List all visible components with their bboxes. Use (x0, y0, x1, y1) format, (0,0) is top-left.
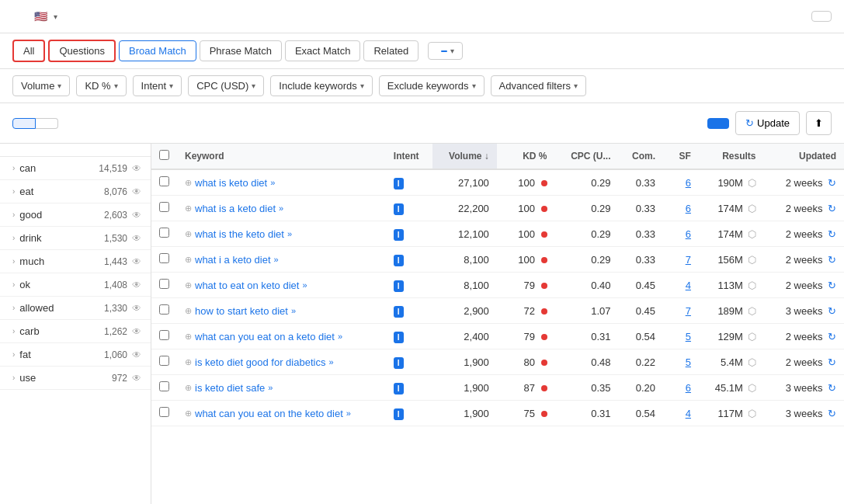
eye-icon[interactable]: 👁 (132, 186, 141, 197)
row-checkbox[interactable] (159, 202, 169, 212)
eye-icon[interactable]: 👁 (132, 373, 141, 384)
updated-cell: 2 weeks ↻ (764, 273, 844, 298)
sf-link[interactable]: 6 (686, 177, 691, 189)
kd-filter[interactable]: KD % ▾ (76, 75, 126, 96)
sf-link[interactable]: 7 (686, 305, 691, 317)
keyword-link[interactable]: ⊕ what i a keto diet » (185, 254, 378, 266)
eye-icon[interactable]: 👁 (132, 326, 141, 337)
th-sf[interactable]: SF (663, 144, 699, 169)
list-item[interactable]: › can 14,519 👁 (0, 157, 151, 180)
refresh-icon[interactable]: ↻ (828, 177, 836, 189)
exclude-keywords-filter[interactable]: Exclude keywords ▾ (379, 75, 485, 96)
view-history-button[interactable] (811, 11, 832, 22)
sf-link[interactable]: 4 (686, 280, 691, 291)
eye-icon[interactable]: 👁 (132, 280, 141, 290)
row-checkbox[interactable] (159, 407, 169, 417)
cpc-filter[interactable]: CPC (USD) ▾ (188, 75, 264, 96)
advanced-filters-button[interactable]: Advanced filters ▾ (491, 75, 587, 96)
keyword-link[interactable]: ⊕ what is the keto diet » (185, 228, 378, 240)
sf-link[interactable]: 7 (686, 254, 691, 266)
list-item[interactable]: › carb 1,262 👁 (0, 320, 151, 343)
list-item[interactable]: › eat 8,076 👁 (0, 180, 151, 203)
refresh-icon[interactable]: ↻ (828, 254, 836, 266)
export-button[interactable]: ⬆ (806, 111, 832, 135)
row-checkbox[interactable] (159, 330, 169, 340)
th-cpc[interactable]: CPC (U... (555, 144, 619, 169)
eye-icon[interactable]: 👁 (132, 349, 141, 360)
refresh-icon[interactable]: ↻ (828, 408, 836, 419)
keyword-link[interactable]: ⊕ what can you eat on a keto diet » (185, 331, 378, 342)
refresh-icon[interactable]: ↻ (828, 203, 836, 214)
list-item[interactable]: › allowed 1,330 👁 (0, 297, 151, 320)
kd-dot-icon (541, 206, 547, 212)
include-keywords-filter[interactable]: Include keywords ▾ (270, 75, 372, 96)
by-number-button[interactable] (12, 118, 36, 129)
eye-icon[interactable]: 👁 (132, 163, 141, 174)
sf-link[interactable]: 6 (686, 203, 691, 214)
intent-filter[interactable]: Intent ▾ (133, 75, 182, 96)
languages-button[interactable]: ▾ (428, 42, 463, 60)
eye-icon[interactable]: 👁 (132, 210, 141, 221)
keyword-link[interactable]: ⊕ what can you eat on the keto diet » (185, 408, 378, 419)
db-chevron-icon[interactable]: ▾ (54, 12, 57, 21)
refresh-icon[interactable]: ↻ (828, 305, 836, 317)
kd-dot-icon (541, 385, 547, 391)
keyword-link[interactable]: ⊕ how to start keto diet » (185, 305, 378, 317)
sf-link[interactable]: 5 (686, 356, 691, 368)
intent-badge: I (394, 178, 404, 189)
eye-icon[interactable]: 👁 (132, 303, 141, 314)
refresh-icon[interactable]: ↻ (828, 280, 836, 291)
keyword-link[interactable]: ⊕ what to eat on keto diet » (185, 280, 378, 291)
by-volume-button[interactable] (36, 118, 58, 129)
sidebar-count: 1,530 (104, 233, 127, 244)
advanced-filters-label: Advanced filters (499, 80, 571, 92)
row-checkbox[interactable] (159, 279, 169, 289)
sidebar-keyword: drink (19, 232, 41, 244)
th-results[interactable]: Results (699, 144, 764, 169)
row-checkbox[interactable] (159, 356, 169, 366)
results-cell: 45.1M ⬡ (699, 375, 764, 401)
row-checkbox[interactable] (159, 176, 169, 186)
row-checkbox[interactable] (159, 381, 169, 391)
th-updated[interactable]: Updated (764, 144, 844, 169)
list-item[interactable]: › drink 1,530 👁 (0, 227, 151, 250)
tab-phrase-match[interactable]: Phrase Match (200, 40, 282, 61)
th-com[interactable]: Com. (619, 144, 663, 169)
keyword-link[interactable]: ⊕ is keto diet good for diabetics » (185, 356, 378, 368)
sf-link[interactable]: 5 (686, 331, 691, 342)
select-all-checkbox[interactable] (159, 150, 169, 160)
sf-link[interactable]: 6 (686, 382, 691, 394)
tab-questions[interactable]: Questions (48, 40, 116, 62)
eye-icon[interactable]: 👁 (132, 233, 141, 244)
keyword-link[interactable]: ⊕ what is keto diet » (185, 177, 378, 189)
list-item[interactable]: › much 1,443 👁 (0, 250, 151, 273)
refresh-icon[interactable]: ↻ (828, 228, 836, 240)
add-to-keyword-list-button[interactable] (707, 118, 729, 129)
refresh-icon[interactable]: ↻ (828, 382, 836, 394)
sf-cell: 4 (663, 401, 699, 426)
refresh-icon[interactable]: ↻ (828, 356, 836, 368)
eye-icon[interactable]: 👁 (132, 256, 141, 267)
header-left: 🇺🇸 ▾ (12, 9, 70, 23)
sidebar-keyword: carb (19, 325, 39, 337)
row-checkbox[interactable] (159, 304, 169, 315)
th-volume[interactable]: Volume ↓ (432, 144, 497, 169)
list-item[interactable]: › fat 1,060 👁 (0, 343, 151, 367)
keyword-link[interactable]: ⊕ what is a keto diet » (185, 203, 378, 214)
volume-filter[interactable]: Volume ▾ (12, 75, 70, 96)
update-button[interactable]: ↻ Update (735, 111, 800, 135)
list-item[interactable]: › use 972 👁 (0, 367, 151, 390)
th-kd[interactable]: KD % (497, 144, 555, 169)
keyword-link[interactable]: ⊕ is keto diet safe » (185, 382, 378, 394)
sf-link[interactable]: 4 (686, 408, 691, 419)
tab-all[interactable]: All (12, 40, 45, 62)
tab-related[interactable]: Related (363, 40, 419, 61)
row-checkbox[interactable] (159, 253, 169, 263)
tab-broad-match[interactable]: Broad Match (119, 40, 196, 61)
list-item[interactable]: › ok 1,408 👁 (0, 273, 151, 297)
tab-exact-match[interactable]: Exact Match (285, 40, 361, 61)
sf-link[interactable]: 6 (686, 228, 691, 240)
refresh-icon[interactable]: ↻ (828, 331, 836, 342)
list-item[interactable]: › good 2,603 👁 (0, 203, 151, 227)
row-checkbox[interactable] (159, 228, 169, 238)
